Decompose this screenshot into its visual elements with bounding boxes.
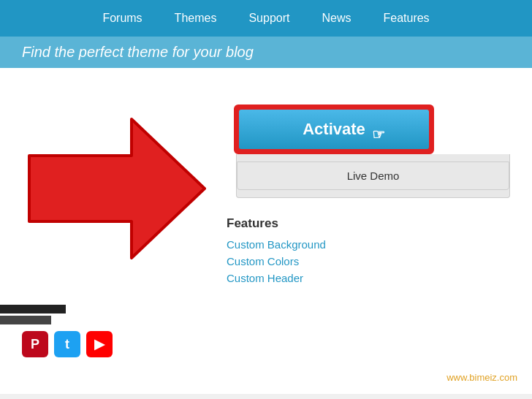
feature-custom-colors[interactable]: Custom Colors (227, 255, 510, 267)
activate-button-wrapper: Activate☞ (234, 104, 434, 154)
arrow-container (22, 104, 205, 265)
decorative-bar-2 (0, 316, 51, 324)
feature-custom-header[interactable]: Custom Header (227, 272, 510, 284)
twitter-icon[interactable]: t (54, 331, 80, 357)
live-demo-button[interactable]: Live Demo (237, 162, 509, 190)
main-content: P t ▶ Activate☞ Live Demo Features Custo… (0, 68, 532, 394)
features-section: Features Custom Background Custom Colors… (227, 216, 510, 284)
nav-news[interactable]: News (322, 3, 351, 34)
activate-button[interactable]: Activate☞ (239, 110, 429, 149)
left-panel: P t ▶ (0, 83, 219, 379)
nav-bar: Forums Themes Support News Features (0, 0, 532, 37)
pinterest-icon[interactable]: P (22, 331, 48, 357)
nav-features[interactable]: Features (383, 3, 429, 34)
nav-forums[interactable]: Forums (102, 3, 142, 34)
feature-custom-background[interactable]: Custom Background (227, 238, 510, 251)
youtube-icon[interactable]: ▶ (86, 331, 113, 357)
svg-marker-0 (29, 119, 205, 258)
decorative-bar-1 (0, 305, 66, 314)
right-panel: Activate☞ Live Demo Features Custom Back… (219, 83, 532, 379)
watermark: www.bimeiz.com (446, 372, 517, 383)
features-title: Features (227, 216, 510, 231)
social-icons: P t ▶ (22, 331, 113, 357)
live-demo-wrapper: Live Demo (236, 154, 510, 198)
nav-support[interactable]: Support (248, 3, 289, 34)
red-arrow-icon (22, 104, 212, 273)
nav-themes[interactable]: Themes (175, 3, 217, 34)
activate-area: Activate☞ Live Demo (234, 104, 510, 198)
page-subtitle: Find the perfect theme for your blog (0, 37, 532, 68)
cursor-icon: ☞ (372, 126, 385, 143)
